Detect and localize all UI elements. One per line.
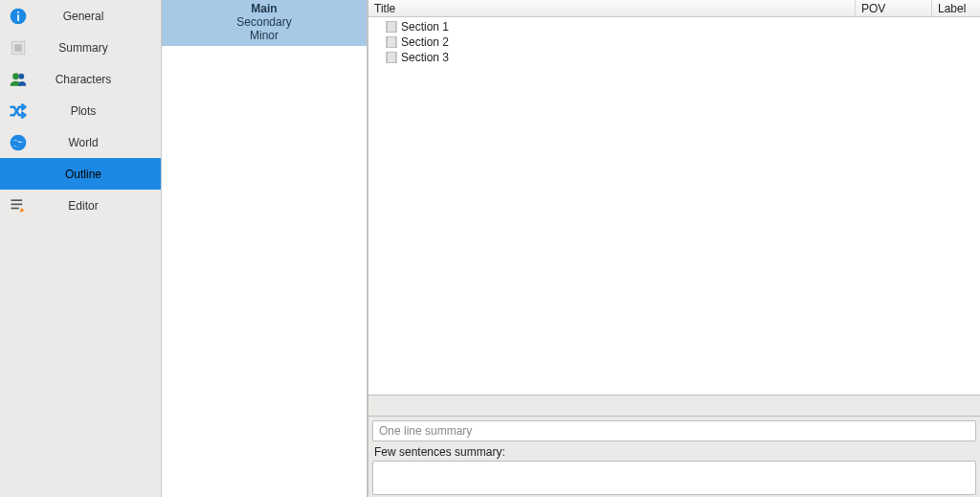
svg-rect-1 [17,14,19,21]
nav-characters[interactable]: Characters [0,63,161,95]
category-minor: Minor [162,29,367,42]
document-icon [386,21,397,33]
svg-rect-4 [14,44,22,52]
tree-row-title: Section 3 [401,51,449,64]
svg-point-5 [12,73,19,79]
category-body[interactable] [162,46,367,497]
few-sentences-textarea[interactable] [372,461,976,495]
nav-label: Summary [29,41,161,55]
svg-rect-13 [387,52,396,63]
shuffle-icon [8,101,29,122]
nav-plots[interactable]: Plots [0,95,161,126]
svg-point-6 [18,73,24,79]
document-icon [386,36,397,48]
nav-label: World [29,136,161,149]
document-icon [386,52,397,63]
few-sentences-label: Few sentences summary: [374,445,976,459]
column-label[interactable]: Label [932,0,980,16]
splitter-band[interactable] [368,395,980,416]
info-icon [8,6,29,27]
nav-label: Editor [29,199,161,213]
globe-icon [8,132,29,153]
nav-label: Characters [29,73,161,86]
svg-rect-9 [11,203,23,205]
tree-row[interactable]: Section 2 [368,34,980,50]
svg-point-7 [11,134,27,150]
column-pov[interactable]: POV [856,0,932,16]
blank-icon [8,164,29,185]
category-main: Main [162,2,367,15]
nav-outline[interactable]: Outline [0,158,161,190]
nav-label: Plots [29,104,161,118]
tree-body[interactable]: Section 1 Section 2 Section 3 [368,17,980,395]
column-title[interactable]: Title [368,0,856,16]
svg-rect-10 [11,207,19,209]
square-icon [8,37,29,58]
tree-row[interactable]: Section 1 [368,19,980,34]
people-icon [8,69,29,90]
svg-rect-12 [387,36,396,48]
category-secondary: Secondary [162,15,367,29]
tree-row[interactable]: Section 3 [368,50,980,65]
svg-rect-8 [11,199,23,201]
sidebar: General Summary Characters Plots World [0,0,161,497]
nav-general[interactable]: General [0,0,161,32]
nav-label: Outline [29,168,161,181]
tree-row-title: Section 2 [401,35,449,49]
nav-label: General [29,10,161,23]
one-line-summary-input[interactable] [372,420,976,441]
tree-header: Title POV Label [368,0,980,17]
nav-editor[interactable]: Editor [0,190,161,221]
edit-icon [8,195,29,216]
category-header[interactable]: Main Secondary Minor [162,0,367,46]
svg-rect-11 [387,21,396,33]
summary-panel: Few sentences summary: [368,416,980,497]
main-area: Title POV Label Section 1 Section 2 Sect… [368,0,980,497]
nav-world[interactable]: World [0,126,161,158]
nav-summary[interactable]: Summary [0,32,161,63]
svg-rect-2 [17,11,19,13]
category-column: Main Secondary Minor [161,0,368,497]
tree-row-title: Section 1 [401,20,449,34]
outline-tree: Title POV Label Section 1 Section 2 Sect… [368,0,980,395]
